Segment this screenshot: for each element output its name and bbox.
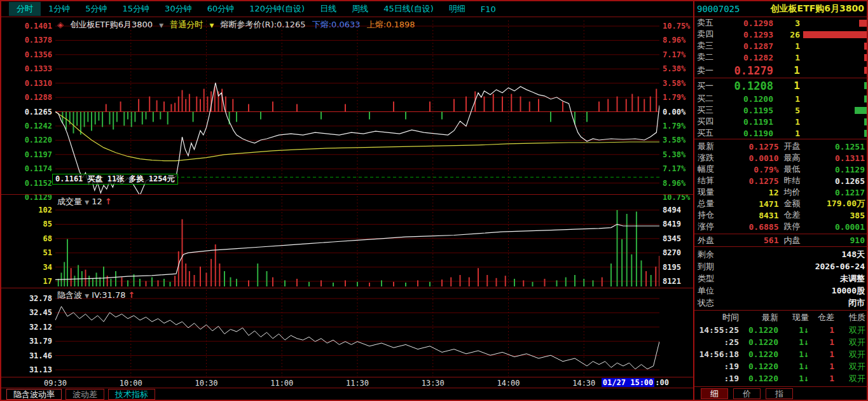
iv-dropdown-caret-icon[interactable]: ▼ xyxy=(85,293,89,299)
axis-label: 31.79 xyxy=(1,337,52,345)
ask-row-卖一[interactable]: 卖一0.12791 xyxy=(694,63,868,78)
book-price: 0.1279 xyxy=(722,64,773,77)
book-price: 0.1190 xyxy=(722,129,773,138)
book-volume-bar xyxy=(864,95,867,102)
menu-item-分时[interactable]: 分时 xyxy=(9,2,41,16)
book-volume-bar-zone xyxy=(800,20,868,27)
menu-item-120分钟(自设)[interactable]: 120分钟(自设) xyxy=(242,2,312,16)
menu-item-45日线(自设)[interactable]: 45日线(自设) xyxy=(376,2,441,16)
time-cursor-highlight: 01/27 15:00 xyxy=(602,378,654,387)
book-volume: 26 xyxy=(773,30,800,39)
trade-quantity: 1↓ xyxy=(778,362,809,371)
trade-time: :19 xyxy=(697,362,739,371)
trade-price: 0.1220 xyxy=(739,349,778,359)
iv-chart[interactable] xyxy=(55,288,659,377)
volume-current-value: 12 xyxy=(92,197,102,206)
stat-value-幅度: 0.79% xyxy=(723,165,784,174)
axis-label: 0.1220 xyxy=(1,136,52,144)
menu-item-15分钟[interactable]: 15分钟 xyxy=(115,2,158,16)
stat-label-开盘: 开盘 xyxy=(784,141,809,152)
chart-mode-label[interactable]: 普通分时 xyxy=(170,20,203,29)
menu-item-30分钟[interactable]: 30分钟 xyxy=(157,2,200,16)
stat-value-涨停: 0.6885 xyxy=(723,222,784,232)
stat-label-结算: 结算 xyxy=(698,175,723,186)
book-level-label: 买四 xyxy=(697,116,722,127)
trading-terminal-window: 分时1分钟5分钟15分钟30分钟60分钟120分钟(自设)日线周线45日线(自设… xyxy=(0,0,868,401)
volume-dropdown-caret-icon[interactable]: ▼ xyxy=(85,199,89,206)
price-timeshare-chart[interactable] xyxy=(55,18,659,194)
time-label: 09:30 xyxy=(44,379,67,388)
symbol-dropdown-caret-icon[interactable]: ▼ xyxy=(159,22,163,29)
stat-label-仓差: 仓差 xyxy=(784,209,809,221)
symbol-name[interactable]: 创业板ETF购6月3800 xyxy=(70,20,153,29)
axis-label: 17 xyxy=(1,278,52,285)
menu-item-周线[interactable]: 周线 xyxy=(344,2,376,16)
trade-quantity: 1↓ xyxy=(778,337,809,347)
bid-row-买一[interactable]: 买一0.12081 xyxy=(694,78,868,93)
trade-row: 14:55:250.12201↓1双开 xyxy=(694,324,868,336)
tab-技术指标[interactable]: 技术指标 xyxy=(108,389,155,400)
axis-label: 0.1152 xyxy=(1,179,52,187)
axis-label: 1.79% xyxy=(663,94,685,101)
book-volume-bar-zone xyxy=(800,95,868,102)
contract-code[interactable]: 90007025 xyxy=(697,4,740,14)
stat-value-跌停: 0.0001 xyxy=(809,222,865,232)
trade-nature: 双开 xyxy=(834,337,865,348)
panel-tab-价[interactable]: 价 xyxy=(733,388,761,399)
ask-row-卖四[interactable]: 卖四0.129326 xyxy=(694,29,868,40)
mode-dropdown-caret-icon[interactable]: ▼ xyxy=(209,22,214,29)
trade-time: 14:55:25 xyxy=(697,325,739,335)
trade-time: :25 xyxy=(697,337,739,347)
volume-chart[interactable] xyxy=(55,195,659,288)
stat-label-涨跌: 涨跌 xyxy=(698,152,723,164)
volume-label[interactable]: 成交量 xyxy=(57,197,82,206)
ask-row-卖五[interactable]: 卖五0.12983 xyxy=(694,17,868,29)
menu-item-60分钟[interactable]: 60分钟 xyxy=(200,2,242,16)
tab-隐含波动率[interactable]: 隐含波动率 xyxy=(6,389,62,400)
iv-current-value: IV:31.78 xyxy=(92,290,125,300)
tab-波动差[interactable]: 波动差 xyxy=(65,389,104,400)
info-label: 类型 xyxy=(698,273,714,285)
book-volume-bar-zone xyxy=(800,107,868,114)
stat-label-金额: 金额 xyxy=(784,198,809,209)
menu-item-日线[interactable]: 日线 xyxy=(312,2,344,16)
axis-label: 7.17% xyxy=(663,165,685,172)
menu-item-5分钟[interactable]: 5分钟 xyxy=(78,2,114,16)
up-fuse-price: 上熔:0.1898 xyxy=(367,20,415,29)
time-label: 11:00 xyxy=(270,379,293,388)
stat-row: 总量1471金额179.00万 xyxy=(694,198,868,209)
axis-label: 3.58% xyxy=(663,80,685,87)
axis-label: 0.1197 xyxy=(1,151,52,158)
axis-label: 1.79% xyxy=(663,122,685,130)
stat-row: 最新0.1275开盘0.1251 xyxy=(694,141,868,152)
axis-label: 8.96% xyxy=(663,179,685,187)
axis-label: 5.38% xyxy=(663,151,685,158)
ask-row-卖三[interactable]: 卖三0.12871 xyxy=(694,40,868,52)
bid-row-买五[interactable]: 买五0.11901 xyxy=(694,127,868,139)
axis-label: 8345 xyxy=(663,235,681,243)
book-volume-bar-zone xyxy=(800,54,868,61)
bid-row-买四[interactable]: 买四0.11911 xyxy=(694,116,868,127)
axis-label: 0.1242 xyxy=(1,122,52,130)
menu-item-明细[interactable]: 明细 xyxy=(441,2,473,16)
panel-tab-指[interactable]: 指 xyxy=(766,388,793,399)
info-label: 剩余 xyxy=(698,249,714,260)
axis-label: 0.1356 xyxy=(1,51,52,59)
bid-row-买二[interactable]: 买二0.12001 xyxy=(694,93,868,104)
axis-label: 8195 xyxy=(663,264,681,271)
iv-label[interactable]: 隐含波 xyxy=(57,290,82,300)
info-value: 未调整 xyxy=(714,273,865,285)
panel-tab-细[interactable]: 细 xyxy=(701,388,728,399)
stat-value-仓差: 385 xyxy=(809,211,865,220)
book-volume: 1 xyxy=(773,80,800,92)
stat-label-昨结: 昨结 xyxy=(784,175,809,186)
axis-label: 32.12 xyxy=(1,323,52,331)
stat-value-结算: 0.1275 xyxy=(723,176,784,186)
menu-item-1分钟[interactable]: 1分钟 xyxy=(41,2,78,16)
bid-row-买三[interactable]: 买三0.11955 xyxy=(694,104,868,116)
info-row-单位: 单位10000股 xyxy=(694,285,868,297)
volume-pane: 成交量 ▼ 12 ↑ 1028568513417 849484198345827… xyxy=(1,194,693,288)
time-axis: 01/27 15:00 :00 09:3010:0010:3011:0011:3… xyxy=(1,377,693,388)
ask-row-卖二[interactable]: 卖二0.12821 xyxy=(694,52,868,63)
menu-item-F10[interactable]: F10 xyxy=(473,3,504,15)
